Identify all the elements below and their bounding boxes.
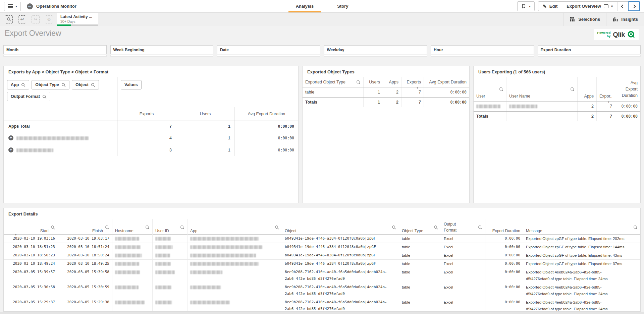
cell-finish[interactable]: 2020-03-10 18:50:24 <box>58 251 112 259</box>
next-sheet-button[interactable] <box>628 1 640 11</box>
cell-finish[interactable]: 2020-03-10 19:03:17 <box>58 235 112 243</box>
cell-message[interactable]: Exported Object zpGF of type table. Elap… <box>523 235 640 243</box>
column-header-export-duration[interactable]: Export Duration <box>485 219 523 236</box>
search-icon[interactable] <box>61 83 66 87</box>
cell-message[interactable]: Exported Object zpGF of type table. Elap… <box>523 251 640 259</box>
cell-object[interactable]: b049341e-19de-4f46-a384-0f120f8c0a0b|zpG… <box>282 235 399 243</box>
column-header-object[interactable]: Object <box>282 219 399 236</box>
smart-search-button[interactable] <box>2 13 15 26</box>
cell-exported-object-type[interactable]: table <box>303 87 363 97</box>
cell-finish[interactable]: 2020-03-05 15:30:59 <box>58 283 112 298</box>
cell-start[interactable]: 2020-03-10 19:03:16▼ <box>4 235 58 243</box>
cell-app[interactable] <box>187 243 282 251</box>
search-icon[interactable] <box>51 225 55 230</box>
search-icon[interactable] <box>570 87 575 91</box>
column-header-user[interactable]: User <box>474 77 506 101</box>
cell-hostname[interactable] <box>112 235 152 243</box>
pivot-column-header-users[interactable]: Users <box>176 107 234 121</box>
cell-finish[interactable]: 2020-03-05 15:39:58 <box>58 268 112 283</box>
search-icon[interactable] <box>499 87 503 91</box>
column-header-user-name[interactable]: User Name <box>506 77 577 101</box>
pivot-row-label[interactable]: + <box>4 132 117 144</box>
column-header-output-format[interactable]: Output Format <box>441 219 485 236</box>
cell-user-id[interactable] <box>152 243 187 251</box>
app-nav-icon[interactable]: ••• <box>27 3 33 9</box>
cell-hostname[interactable] <box>112 243 152 251</box>
cell-object-type[interactable]: table <box>399 283 441 298</box>
column-header-apps[interactable]: Apps <box>383 77 401 87</box>
cell-finish[interactable]: 2020-03-10 18:51:24 <box>58 243 112 251</box>
search-icon[interactable] <box>145 225 150 230</box>
cell-user-id[interactable] <box>152 260 187 268</box>
cell-app[interactable] <box>187 298 282 312</box>
sheet-selector-button[interactable]: Export Overview ▾ <box>562 2 617 11</box>
filter-pane-hour[interactable]: Hour <box>431 45 534 54</box>
cell-user[interactable] <box>474 102 506 111</box>
undo-button[interactable]: ↩ <box>15 13 29 26</box>
column-header-start[interactable]: Start <box>4 219 58 236</box>
sheet-tab-latest-activity[interactable]: Latest Activity ... 30+ Days <box>57 13 98 26</box>
search-icon[interactable] <box>392 225 396 230</box>
cell-output-format[interactable]: Excel <box>441 243 485 251</box>
edit-button[interactable]: ✎ Edit <box>538 2 562 11</box>
filter-pane-date[interactable]: Date <box>217 45 320 54</box>
pivot-dimension-button-object[interactable]: Object <box>72 80 99 89</box>
selections-tool-button[interactable]: Selections <box>563 13 606 26</box>
cell-message[interactable]: Exported Object 4eeb024a-2ab6-4f2e-bd85-… <box>523 283 640 298</box>
search-icon[interactable] <box>21 83 25 87</box>
cell-user-id[interactable] <box>152 298 187 312</box>
cell-start[interactable]: 2020-03-05 15:29:37 <box>4 298 58 312</box>
column-header-app[interactable]: App <box>187 219 282 236</box>
cell-object[interactable]: 8ee9b208-7162-410e-ae40-f6a5dd0da6aa|4ee… <box>282 268 399 283</box>
column-header-finish[interactable]: Finish <box>58 219 112 236</box>
cell-app[interactable] <box>187 251 282 259</box>
cell-object-type[interactable]: table <box>399 260 441 268</box>
search-icon[interactable] <box>180 225 184 230</box>
column-header-object-type[interactable]: Object Type <box>399 219 441 236</box>
horizontal-scrollbar[interactable] <box>0 312 644 314</box>
pivot-row-label[interactable]: + <box>4 144 117 156</box>
cell-app[interactable] <box>187 260 282 268</box>
filter-pane-month[interactable]: Month <box>3 45 107 54</box>
cell-finish[interactable]: 2020-03-05 15:29:38 <box>58 298 112 312</box>
search-icon[interactable] <box>478 225 482 230</box>
search-icon[interactable] <box>275 225 279 230</box>
column-header-users[interactable]: Users <box>363 77 383 87</box>
cell-output-format[interactable]: Excel <box>441 251 485 259</box>
cell-start[interactable]: 2020-03-10 18:51:23 <box>4 243 58 251</box>
pivot-dimension-button-object-type[interactable]: Object Type <box>32 80 69 89</box>
column-header-exports[interactable]: Exports <box>401 77 424 87</box>
search-icon[interactable] <box>356 80 361 84</box>
cell-output-format[interactable]: Excel <box>441 298 485 312</box>
pivot-dimension-button-app[interactable]: App <box>7 80 29 89</box>
cell-hostname[interactable] <box>112 283 152 298</box>
cell-finish[interactable]: 2020-03-10 18:49:25 <box>58 260 112 268</box>
values-button[interactable]: Values <box>121 80 142 89</box>
cell-object[interactable]: 8ee9b208-7162-410e-ae40-f6a5dd0da6aa|4ee… <box>282 298 399 312</box>
cell-object[interactable]: b049341e-19de-4f46-a384-0f120f8c0a0b|zpG… <box>282 251 399 259</box>
column-header-hostname[interactable]: Hostname <box>112 219 152 236</box>
cell-output-format[interactable]: Excel <box>441 260 485 268</box>
search-icon[interactable] <box>91 83 95 87</box>
cell-user-name[interactable] <box>506 102 577 111</box>
search-icon[interactable] <box>42 95 47 99</box>
column-header-expor[interactable]: Expor... <box>596 77 615 101</box>
cell-start[interactable]: 2020-03-10 18:50:23 <box>4 251 58 259</box>
cell-start[interactable]: 2020-03-05 15:30:58 <box>4 283 58 298</box>
column-header-avg-export-duration[interactable]: Avg Export Duration <box>615 77 640 101</box>
insights-button[interactable]: Insights <box>606 13 644 26</box>
cell-hostname[interactable] <box>112 260 152 268</box>
cell-message[interactable]: Exported Object zpGF of type table. Elap… <box>523 243 640 251</box>
pivot-column-header-avg-export-duration[interactable]: Avg Export Duration <box>234 107 298 121</box>
cell-app[interactable] <box>187 268 282 283</box>
cell-object[interactable]: b049341e-19de-4f46-a384-0f120f8c0a0b|zpG… <box>282 243 399 251</box>
search-icon[interactable] <box>633 225 638 230</box>
tab-analysis[interactable]: Analysis <box>288 0 321 12</box>
cell-hostname[interactable] <box>112 268 152 283</box>
filter-pane-week-beginning[interactable]: Week Beginning <box>110 45 214 54</box>
search-icon[interactable] <box>105 225 109 230</box>
column-header-message[interactable]: Message <box>523 219 640 236</box>
cell-app[interactable] <box>187 235 282 243</box>
cell-object[interactable]: b049341e-19de-4f46-a384-0f120f8c0a0b|zpG… <box>282 260 399 268</box>
expand-icon[interactable]: + <box>8 135 13 140</box>
